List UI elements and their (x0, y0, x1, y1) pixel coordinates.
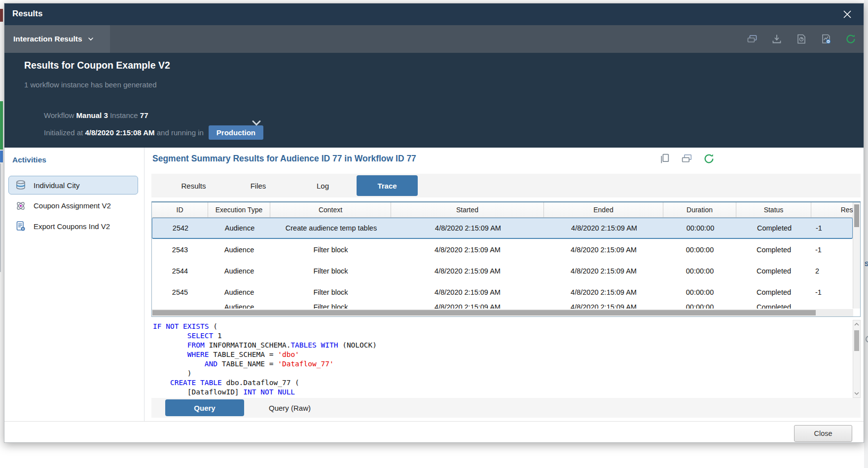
scheduled-report-icon[interactable] (820, 33, 832, 45)
activity-item-coupon-assignment-v2[interactable]: Coupon Assignment V2 (8, 196, 138, 215)
database-icon (15, 179, 27, 191)
cell-context: Filter block (270, 281, 391, 303)
activity-label: Individual City (34, 181, 79, 190)
scrollbar-thumb[interactable] (152, 310, 816, 315)
cell-id: 2545 (152, 281, 208, 303)
query-tab-query-raw-[interactable]: Query (Raw) (255, 399, 325, 416)
sql-line: ) (153, 369, 851, 378)
clipped-background-text: S (865, 260, 868, 268)
expand-details-chevron-icon[interactable] (250, 116, 263, 130)
cell-status: Completed (736, 239, 811, 260)
trace-table-header: IDExecution TypeContextStartedEndedDurat… (152, 202, 853, 218)
cell-id (152, 303, 208, 309)
column-header-result[interactable]: Result (811, 202, 853, 217)
sql-line: CREATE TABLE dbo.Dataflow_77 ( (153, 378, 851, 388)
sql-line: WHERE TABLE_SCHEMA = 'dbo' (153, 350, 851, 359)
results-type-dropdown[interactable]: Interaction Results (4, 25, 110, 53)
cell-ended: 4/8/2020 2:15:09 AM (544, 239, 663, 260)
trace-table: IDExecution TypeContextStartedEndedDurat… (151, 201, 861, 317)
sql-line: IF NOT EXISTS ( (153, 322, 851, 331)
trace-row[interactable]: AudienceFilter block4/8/2020 2:15:09 AM4… (152, 303, 853, 309)
column-header-duration[interactable]: Duration (663, 202, 736, 217)
export-icon (15, 220, 27, 232)
column-header-ended[interactable]: Ended (544, 202, 663, 217)
report-icon[interactable] (796, 33, 807, 45)
workflow-instance-line: Workflow Manual 3 Instance 77 (44, 111, 148, 119)
sql-code: IF NOT EXISTS ( SELECT 1 FROM INFORMATIO… (153, 322, 851, 398)
page-edge-right: S (864, 0, 868, 468)
edge-mark (0, 9, 3, 22)
trace-row[interactable]: 2544AudienceFilter block4/8/2020 2:15:09… (152, 260, 853, 281)
segment-summary-title: Segment Summary Results for Audience ID … (152, 154, 416, 164)
sql-line: SELECT 1 (153, 331, 851, 341)
scrollbar-thumb[interactable] (854, 204, 859, 227)
cell-context: Filter block (270, 303, 391, 309)
clipped-background-icon (866, 336, 868, 343)
tab-trace[interactable]: Trace (357, 175, 418, 196)
cell-status: Completed (736, 303, 811, 309)
column-header-context[interactable]: Context (270, 202, 391, 217)
cell-result: 2 (811, 260, 853, 281)
edge-mark (0, 151, 3, 162)
cards-icon[interactable] (681, 153, 693, 165)
sql-line: FROM INFORMATION_SCHEMA.TABLES WITH (NOL… (153, 341, 851, 350)
trace-row[interactable]: 2542AudienceCreate audience temp tables4… (152, 218, 853, 239)
cards-icon[interactable] (746, 33, 758, 45)
column-header-id[interactable]: ID (152, 202, 208, 217)
trace-row[interactable]: 2543AudienceFilter block4/8/2020 2:15:09… (152, 239, 853, 260)
sql-line: AND TABLE_NAME = 'Dataflow_77' (153, 359, 851, 369)
workflow-label: Workflow (44, 111, 74, 119)
download-icon[interactable] (771, 33, 783, 45)
results-dialog: Results Interaction Results (4, 3, 864, 443)
cell-id: 2542 (152, 218, 209, 238)
refresh-icon[interactable] (845, 33, 857, 45)
cell-context: Filter block (270, 239, 391, 260)
column-header-execution-type[interactable]: Execution Type (208, 202, 270, 217)
sql-vertical-scrollbar[interactable] (853, 320, 861, 398)
instances-generated-text: 1 workflow instance has been generated (24, 80, 157, 89)
initialized-timestamp: 4/8/2020 2:15:08 AM (85, 128, 154, 137)
trace-row[interactable]: 2545AudienceFilter block4/8/2020 2:15:09… (152, 281, 853, 303)
query-tab-query[interactable]: Query (165, 399, 244, 416)
cell-duration: 00:00:00 (664, 218, 737, 238)
tab-log[interactable]: Log (290, 174, 355, 197)
scrollbar-thumb[interactable] (854, 330, 859, 351)
refresh-icon[interactable] (703, 153, 715, 165)
results-heading: Results for Coupon Example V2 (24, 60, 170, 71)
cell-execution_type: Audience (208, 281, 270, 303)
cell-duration: 00:00:00 (663, 303, 736, 309)
cell-result: -1 (811, 239, 853, 260)
cell-duration: 00:00:00 (663, 281, 736, 303)
trace-table-body: 2542AudienceCreate audience temp tables4… (152, 218, 853, 309)
copy-icon[interactable] (658, 153, 671, 165)
column-header-status[interactable]: Status (736, 202, 811, 217)
cell-execution_type: Audience (208, 260, 270, 281)
close-icon[interactable] (842, 9, 853, 20)
close-button[interactable]: Close (794, 425, 852, 442)
assignment-icon (15, 200, 27, 212)
scroll-up-icon[interactable] (853, 320, 860, 328)
edge-mark (0, 163, 1, 272)
trace-table-vertical-scrollbar[interactable] (853, 202, 860, 309)
footer-divider (4, 421, 864, 422)
activity-item-individual-city[interactable]: Individual City (8, 176, 138, 195)
dialog-titlebar: Results (4, 3, 864, 25)
cell-execution_type: Audience (208, 239, 270, 260)
initialized-line: Initialized at 4/8/2020 2:15:08 AM and r… (44, 125, 263, 140)
tab-files[interactable]: Files (226, 174, 290, 197)
cell-started: 4/8/2020 2:15:09 AM (391, 303, 544, 309)
cell-result: -1 (811, 281, 853, 303)
sidebar-divider (144, 148, 145, 421)
scroll-down-icon[interactable] (853, 390, 860, 397)
cell-id: 2544 (152, 260, 208, 281)
panel-icons (658, 153, 715, 165)
trace-table-horizontal-scrollbar[interactable] (152, 309, 853, 316)
chevron-down-icon (87, 35, 95, 43)
column-header-started[interactable]: Started (391, 202, 544, 217)
activity-item-export-coupons-ind-v2[interactable]: Export Coupons Ind V2 (8, 217, 138, 235)
results-toolbar: Interaction Results (4, 25, 864, 53)
dialog-body: Activities Individual CityCoupon Assignm… (4, 148, 864, 421)
tab-results[interactable]: Results (161, 174, 226, 197)
cell-ended: 4/8/2020 2:15:09 AM (544, 260, 663, 281)
activities-header: Activities (12, 156, 46, 164)
